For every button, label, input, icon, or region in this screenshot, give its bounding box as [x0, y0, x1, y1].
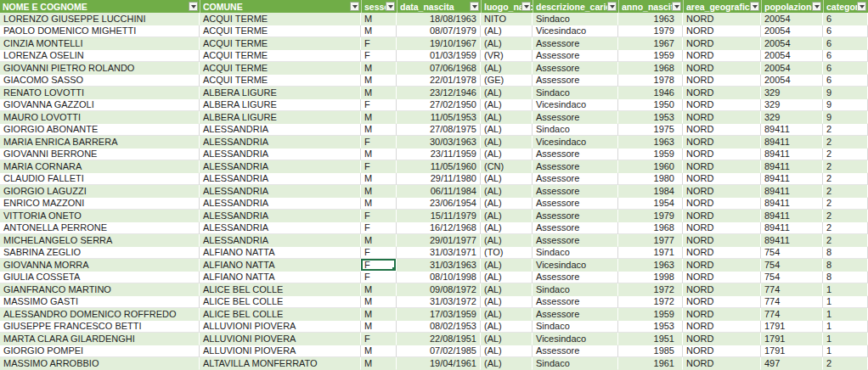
cell[interactable]: 08/07/1979: [397, 25, 481, 38]
header-cell-anno-nascita[interactable]: anno_nascita: [618, 0, 683, 13]
cell[interactable]: NORD: [683, 149, 761, 161]
cell[interactable]: 2: [823, 160, 868, 173]
cell[interactable]: 1: [823, 283, 868, 296]
cell[interactable]: 89411: [761, 136, 823, 149]
cell[interactable]: MARTA CLARA GILARDENGHI: [0, 333, 200, 345]
cell[interactable]: 23/12/1946: [397, 87, 481, 99]
cell[interactable]: 1968: [618, 222, 683, 235]
cell[interactable]: 1959: [618, 149, 683, 161]
cell[interactable]: ALESSANDRIA: [200, 198, 361, 210]
cell[interactable]: 1975: [618, 124, 683, 137]
cell[interactable]: ALESSANDRIA: [200, 222, 361, 235]
cell[interactable]: ACQUI TERME: [200, 62, 361, 75]
cell[interactable]: F: [361, 99, 397, 112]
cell[interactable]: NORD: [683, 75, 761, 87]
cell[interactable]: F: [361, 210, 397, 222]
cell[interactable]: ACQUI TERME: [200, 50, 361, 63]
cell[interactable]: 23/11/1959: [397, 149, 481, 161]
cell[interactable]: NORD: [683, 259, 761, 272]
cell[interactable]: 08/02/1953: [397, 321, 481, 334]
cell[interactable]: M: [361, 62, 397, 75]
cell[interactable]: 20054: [761, 25, 823, 38]
cell[interactable]: M: [361, 321, 397, 334]
cell[interactable]: F: [361, 136, 397, 149]
cell[interactable]: ALFIANO NATTA: [200, 259, 361, 272]
cell[interactable]: 2: [823, 210, 868, 222]
cell[interactable]: ACQUI TERME: [200, 13, 361, 25]
cell[interactable]: Vicesindaco: [533, 25, 618, 38]
cell[interactable]: ALLUVIONI PIOVERA: [200, 321, 361, 334]
cell[interactable]: 20054: [761, 13, 823, 25]
cell[interactable]: M: [361, 357, 397, 370]
cell[interactable]: 2: [823, 222, 868, 235]
cell[interactable]: 1: [823, 333, 868, 345]
cell[interactable]: ENRICO MAZZONI: [0, 198, 200, 210]
cell[interactable]: 6: [823, 50, 868, 63]
cell[interactable]: Assessore: [533, 296, 618, 309]
cell[interactable]: 20054: [761, 75, 823, 87]
cell[interactable]: ALICE BEL COLLE: [200, 296, 361, 309]
cell[interactable]: 29/11/1980: [397, 173, 481, 186]
cell[interactable]: 22/08/1951: [397, 333, 481, 345]
cell[interactable]: 9: [823, 99, 868, 112]
cell[interactable]: GIUSEPPE FRANCESCO BETTI: [0, 321, 200, 334]
cell[interactable]: MASSIMO GASTI: [0, 296, 200, 309]
cell[interactable]: VITTORIA ONETO: [0, 210, 200, 222]
cell[interactable]: 1977: [618, 234, 683, 247]
cell[interactable]: 2: [823, 173, 868, 186]
cell[interactable]: 6: [823, 25, 868, 38]
cell[interactable]: ALICE BEL COLLE: [200, 308, 361, 321]
cell[interactable]: ALLUVIONI PIOVERA: [200, 333, 361, 345]
cell[interactable]: 2: [823, 185, 868, 198]
cell[interactable]: 1968: [618, 62, 683, 75]
cell[interactable]: Assessore: [533, 234, 618, 247]
cell[interactable]: 1972: [618, 283, 683, 296]
cell[interactable]: (AL): [481, 210, 533, 222]
cell[interactable]: M: [361, 25, 397, 38]
cell[interactable]: 2: [823, 136, 868, 149]
header-cell-luogo-nascita[interactable]: luogo_nascita: [481, 0, 533, 13]
cell[interactable]: 27/02/1950: [397, 99, 481, 112]
cell[interactable]: 15/11/1979: [397, 210, 481, 222]
cell[interactable]: 1: [823, 345, 868, 358]
cell[interactable]: (AL): [481, 234, 533, 247]
cell[interactable]: (AL): [481, 25, 533, 38]
cell[interactable]: 1954: [618, 198, 683, 210]
filter-dropdown-icon[interactable]: [350, 2, 359, 11]
cell[interactable]: 20054: [761, 50, 823, 63]
cell[interactable]: CINZIA MONTELLI: [0, 37, 200, 50]
cell[interactable]: 89411: [761, 222, 823, 235]
cell[interactable]: 1963: [618, 136, 683, 149]
cell[interactable]: (AL): [481, 259, 533, 272]
filter-dropdown-icon[interactable]: [812, 2, 821, 11]
cell[interactable]: 20054: [761, 62, 823, 75]
cell[interactable]: ACQUI TERME: [200, 37, 361, 50]
cell[interactable]: 31/03/1963: [397, 259, 481, 272]
cell[interactable]: NITO: [481, 13, 533, 25]
cell[interactable]: (CN): [481, 160, 533, 173]
cell[interactable]: (AL): [481, 87, 533, 99]
cell[interactable]: Assessore: [533, 37, 618, 50]
cell[interactable]: SABRINA ZEGLIO: [0, 247, 200, 260]
cell[interactable]: F: [361, 222, 397, 235]
cell[interactable]: F: [361, 247, 397, 260]
cell[interactable]: ALBERA LIGURE: [200, 87, 361, 99]
cell[interactable]: (AL): [481, 321, 533, 334]
cell[interactable]: (AL): [481, 308, 533, 321]
cell[interactable]: 1961: [618, 357, 683, 370]
cell[interactable]: M: [361, 345, 397, 358]
cell[interactable]: Assessore: [533, 222, 618, 235]
cell[interactable]: NORD: [683, 87, 761, 99]
cell[interactable]: NORD: [683, 283, 761, 296]
cell[interactable]: (AL): [481, 99, 533, 112]
cell[interactable]: 89411: [761, 210, 823, 222]
cell[interactable]: NORD: [683, 234, 761, 247]
cell[interactable]: 29/01/1977: [397, 234, 481, 247]
cell[interactable]: 89411: [761, 124, 823, 137]
cell[interactable]: 19/04/1961: [397, 357, 481, 370]
cell[interactable]: 31/03/1972: [397, 296, 481, 309]
cell[interactable]: 2: [823, 198, 868, 210]
header-cell-area-geografica[interactable]: area_geografica: [683, 0, 761, 13]
header-cell-popolazione[interactable]: popolazione: [761, 0, 823, 13]
cell[interactable]: ALESSANDRIA: [200, 149, 361, 161]
